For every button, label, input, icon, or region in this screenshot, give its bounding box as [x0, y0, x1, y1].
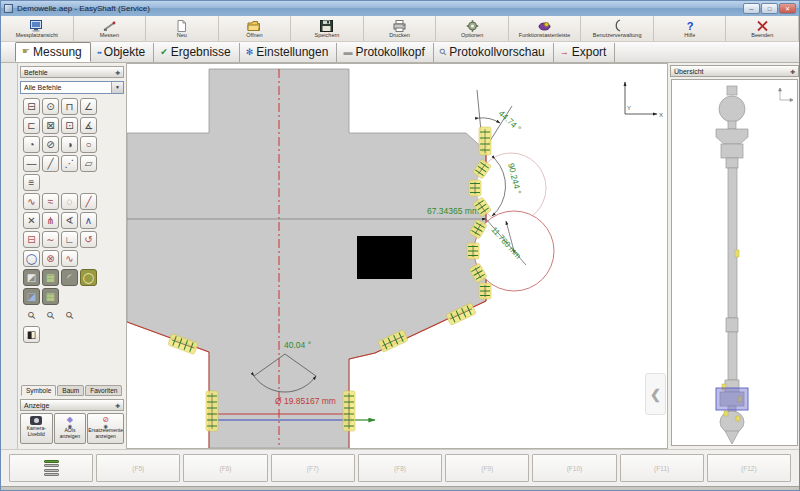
tool-contour-circle[interactable]: ◌ — [61, 193, 78, 210]
fkey-button-F10[interactable]: (F10) — [532, 454, 616, 482]
fkey-button-F12[interactable]: (F12) — [707, 454, 791, 482]
tab-favoriten[interactable]: Favoriten — [85, 385, 122, 396]
main-tabbar: ☛Messung ●●Objekte ✔Ergebnisse ✻Einstell… — [1, 42, 799, 63]
tool-spline[interactable]: ∿ — [23, 193, 40, 210]
funktionstastenleiste-button[interactable]: Funktionstastenleiste — [509, 16, 582, 41]
tool-contrast[interactable]: ◧ — [23, 326, 40, 343]
tool-circle-inner[interactable]: ◔ — [23, 136, 40, 153]
tool-circle-blue[interactable]: ◯ — [23, 250, 40, 267]
tool-line-angle[interactable]: ∢ — [61, 212, 78, 229]
checkmark-icon: ✔ — [160, 48, 168, 57]
aois-anzeigen-button[interactable]: ◆ ◉ AOIs anzeigen — [54, 413, 87, 444]
kamera-livebild-button[interactable]: Kamera-Livebild — [20, 413, 53, 444]
tool-width-z[interactable]: ⊡ — [61, 117, 78, 134]
measurement-canvas[interactable]: 67.34365 mm 44.74 ° 90.244 ° 11.780 mm 4… — [127, 63, 667, 449]
tools-icon: ✻ — [246, 48, 254, 57]
dropdown-arrow-icon[interactable]: ▼ — [111, 82, 123, 93]
tool-fit-line[interactable]: ╱ — [80, 193, 97, 210]
tool-circle-partial[interactable]: ◑ — [61, 136, 78, 153]
tool-zoom-window[interactable]: ⚲ — [57, 303, 81, 327]
tab-objekte[interactable]: ●●Objekte — [91, 43, 154, 62]
tool-circle-olive[interactable]: ◯ — [80, 269, 97, 286]
pin-icon[interactable]: ✚ — [790, 68, 795, 75]
window-title: Demowelle.aep - EasyShaft (Service) — [17, 4, 150, 13]
tool-line-points[interactable]: ⋰ — [61, 155, 78, 172]
tool-wave[interactable]: ∿ — [61, 250, 78, 267]
display-buttons: Kamera-Livebild ◆ ◉ AOIs anzeigen ⊘ ◉ Er… — [20, 413, 124, 444]
tab-messung[interactable]: ☛Messung — [15, 42, 91, 62]
tool-contour-dark[interactable]: ◜ — [61, 269, 78, 286]
ersatzelemente-anzeigen-button[interactable]: ⊘ ◉ Ersatzelemente anzeigen — [87, 413, 124, 444]
fkey-button-F9[interactable]: (F9) — [445, 454, 529, 482]
close-button[interactable]: ✕ — [779, 3, 796, 14]
tool-angle-lines[interactable]: ∡ — [80, 117, 97, 134]
dim-diameter-bottom: Ø 19.85167 mm — [275, 396, 336, 406]
tab-einstellungen[interactable]: ✻Einstellungen — [240, 43, 338, 62]
fkey-button-F8[interactable]: (F8) — [358, 454, 442, 482]
layers-icon — [44, 460, 59, 477]
tab-symbole[interactable]: Symbole — [21, 385, 56, 396]
tool-parallel-lines[interactable]: ≡ — [23, 174, 40, 191]
tool-rotation[interactable]: ↺ — [80, 231, 97, 248]
pin-icon[interactable]: ✚ — [115, 402, 120, 409]
command-filter-dropdown[interactable]: Alle Befehle ▼ — [20, 81, 124, 94]
tool-line-horizontal[interactable]: — — [23, 155, 40, 172]
optionen-button[interactable]: Optionen — [436, 16, 509, 41]
fkey-button-F5[interactable]: (F5) — [96, 454, 180, 482]
tool-line-fan[interactable]: ⋔ — [42, 212, 59, 229]
tool-curve-peak[interactable]: ∧ — [80, 212, 97, 229]
tab-protokollkopf[interactable]: ▬Protokollkopf — [337, 43, 433, 62]
tool-line-diagonal[interactable]: ╱ — [42, 155, 59, 172]
tool-cylinder-width[interactable]: ⊟ — [23, 98, 40, 115]
tool-circle[interactable]: ○ — [80, 136, 97, 153]
tool-step-width[interactable]: ⊏ — [23, 117, 40, 134]
tool-section-dark[interactable]: ◩ — [23, 269, 40, 286]
report-header-icon: ▬ — [343, 48, 352, 57]
overview-viewport[interactable] — [671, 79, 798, 446]
function-keys-icon — [537, 19, 552, 32]
tab-protokollvorschau[interactable]: ⚲Protokollvorschau — [434, 43, 554, 62]
tool-circle-diameter[interactable]: ⊘ — [42, 136, 59, 153]
benutzerverwaltung-button[interactable]: Benutzerverwaltung — [581, 16, 654, 41]
tool-cylinder-3d[interactable]: ⊟ — [23, 231, 40, 248]
fkey-label: (F5) — [132, 465, 144, 472]
tab-ergebnisse[interactable]: ✔Ergebnisse — [154, 43, 240, 62]
tool-grid-green[interactable]: ▦ — [42, 269, 59, 286]
tool-width-x[interactable]: ⊠ — [42, 117, 59, 134]
maximize-button[interactable]: □ — [761, 3, 778, 14]
tab-baum[interactable]: Baum — [57, 385, 84, 396]
export-arrow-icon: → — [560, 48, 569, 57]
anzeige-panel-header: Anzeige ✚ — [20, 399, 124, 411]
messplatzansicht-button[interactable]: Messplatzansicht — [1, 16, 74, 41]
tool-calc-blue[interactable]: ◪ — [23, 288, 40, 305]
hilfe-button[interactable]: ? Hilfe — [654, 16, 727, 41]
tool-roughness[interactable]: ∼ — [42, 231, 59, 248]
fkey-button-F6[interactable]: (F6) — [183, 454, 267, 482]
fkey-button-F7[interactable]: (F7) — [271, 454, 355, 482]
layers-button[interactable] — [9, 454, 93, 482]
tool-circle-crossed[interactable]: ⊗ — [42, 250, 59, 267]
beenden-button[interactable]: Beenden — [726, 16, 799, 41]
oeffnen-button[interactable]: Öffnen — [219, 16, 292, 41]
workstation-icon — [29, 19, 44, 32]
fkey-button-F11[interactable]: (F11) — [620, 454, 704, 482]
tool-angle[interactable]: ∠ — [80, 98, 97, 115]
tool-intersection[interactable]: ✕ — [23, 212, 40, 229]
tool-coordinate-system[interactable]: ∟ — [61, 231, 78, 248]
tab-export[interactable]: →Export — [554, 43, 616, 62]
drucken-button[interactable]: Drucken — [364, 16, 437, 41]
title-bar[interactable]: Demowelle.aep - EasyShaft (Service) ─ □ … — [1, 1, 799, 16]
speichern-button[interactable]: Speichern — [291, 16, 364, 41]
tool-circle-radius[interactable]: ⊙ — [42, 98, 59, 115]
neu-button[interactable]: Neu — [146, 16, 219, 41]
collapse-overview-button[interactable]: ❮ — [645, 373, 666, 415]
tool-width[interactable]: ⊓ — [61, 98, 78, 115]
tool-contour-polygon[interactable]: ▱ — [80, 155, 97, 172]
minimize-button[interactable]: ─ — [743, 3, 760, 14]
tool-spline-points[interactable]: ≈ — [42, 193, 59, 210]
pin-icon[interactable]: ✚ — [115, 69, 120, 76]
tool-calc-grid[interactable]: ▦ — [42, 288, 59, 305]
messen-button[interactable]: Messen — [74, 16, 147, 41]
main-toolbar: Messplatzansicht Messen Neu Öffnen Speic… — [1, 16, 799, 42]
overview-selection-rect[interactable] — [716, 388, 748, 410]
